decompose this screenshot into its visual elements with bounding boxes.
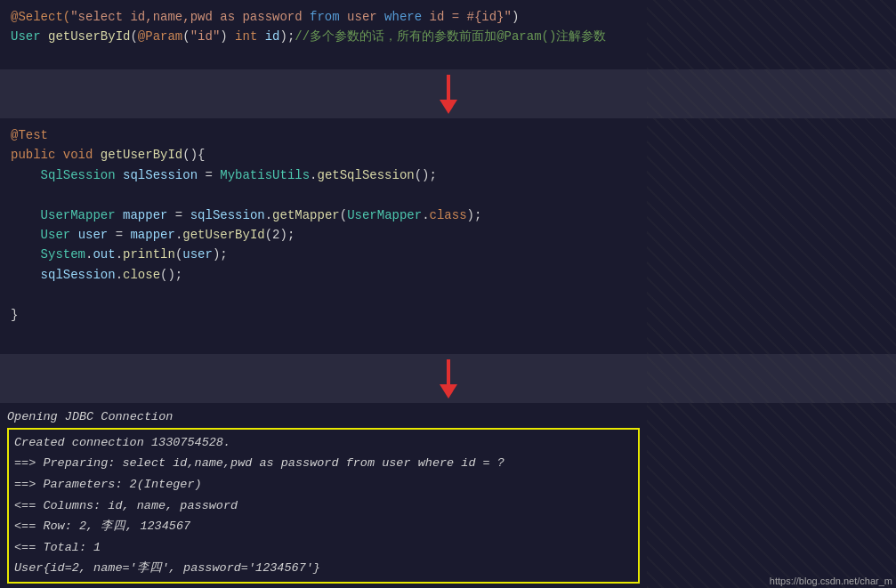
output-total: <== Total: 1	[14, 537, 633, 559]
output-preparing: ==> Preparing: select id,name,pwd as pas…	[14, 453, 633, 474]
down-arrow-2	[440, 359, 457, 399]
output-columns: <== Columns: id, name, password	[14, 495, 633, 517]
arrow-body-2	[447, 359, 450, 384]
down-arrow-1	[440, 75, 457, 114]
arrow-head-1	[440, 100, 457, 114]
output-user: User{id=2, name='李四', password='1234567'…	[14, 558, 633, 579]
top-code-line1: @Select("select id,name,pwd as password …	[11, 7, 885, 27]
middle-code-line9	[11, 285, 885, 304]
middle-code-line10: }	[11, 305, 885, 325]
output-created: Created connection 1330754528.	[14, 432, 633, 454]
output-row: <== Row: 2, 李四, 1234567	[14, 516, 633, 537]
middle-code-line3: SqlSession sqlSession = MybatisUtils.get…	[11, 165, 885, 185]
middle-code-line6: User user = mapper.getUserById(2);	[11, 225, 885, 245]
arrow-1-container	[0, 69, 896, 118]
middle-code-line8: sqlSession.close();	[11, 265, 885, 285]
output-opening: Opening JDBC Connection	[7, 407, 889, 428]
output-box: Created connection 1330754528. ==> Prepa…	[7, 428, 640, 584]
middle-code-line4	[11, 185, 885, 205]
output-parameters: ==> Parameters: 2(Integer)	[14, 474, 633, 495]
middle-code-line7: System.out.println(user);	[11, 245, 885, 264]
arrow-2-container	[0, 354, 896, 403]
bottom-output-section: Opening JDBC Connection Created connecti…	[0, 403, 896, 588]
arrow-head-2	[440, 384, 457, 399]
arrow-body-1	[447, 75, 450, 100]
middle-code-line5: UserMapper mapper = sqlSession.getMapper…	[11, 205, 885, 225]
middle-code-line1: @Test	[11, 125, 885, 145]
main-container: @Select("select id,name,pwd as password …	[0, 0, 896, 588]
watermark: https://blog.csdn.net/char_m	[770, 576, 892, 586]
top-code-line2: User getUserById(@Param("id") int id);//…	[11, 27, 885, 46]
middle-code-section: @Test public void getUserById(){ SqlSess…	[0, 118, 896, 354]
top-code-section: @Select("select id,name,pwd as password …	[0, 0, 896, 69]
middle-code-line2: public void getUserById(){	[11, 145, 885, 165]
